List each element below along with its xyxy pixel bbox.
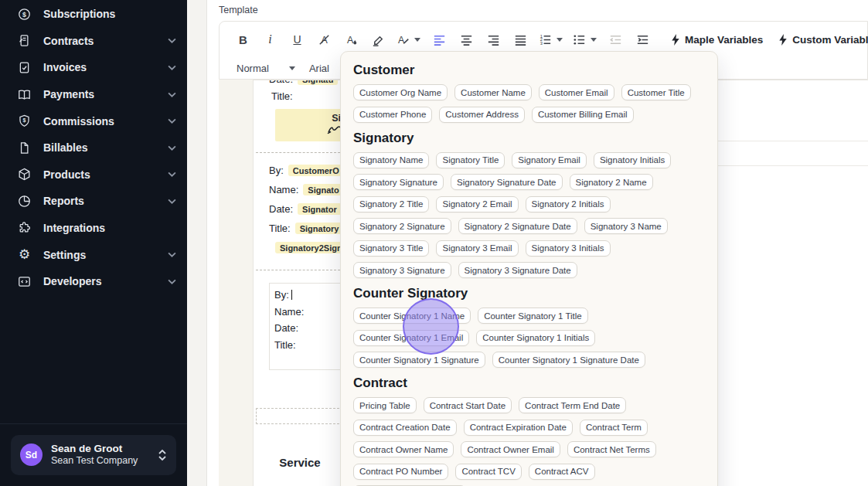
user-menu[interactable]: Sd Sean de Groot Sean Test Company [11,435,176,476]
variable-chip[interactable]: Counter Signatory 1 Initials [476,330,595,346]
doc-variable-chip[interactable]: Signator [298,203,342,215]
variable-chip[interactable]: Signatory 2 Name [570,174,653,190]
align-center-icon[interactable] [454,29,479,50]
sidebar-item-label: Developers [43,275,101,287]
variable-chip[interactable]: Counter Signatory 1 Title [478,308,588,324]
doc-variable-chip[interactable]: Signatu [298,80,338,85]
variable-chip[interactable]: Customer Phone [353,107,432,123]
font-style-icon[interactable]: A [393,29,413,50]
variable-chip[interactable]: Contract Net Terms [567,441,656,457]
doc-variable-chip[interactable]: Signatory [295,223,344,234]
variable-chip[interactable]: Contract TCV [455,464,521,480]
lightning-icon [778,34,788,46]
variable-chip[interactable]: Customer Email [539,84,614,100]
bullet-list-caret-icon[interactable] [591,29,598,50]
variable-chip[interactable]: Signatory 2 Signature Date [458,218,577,234]
variable-chip[interactable]: Signatory 2 Title [353,196,429,212]
variable-chip[interactable]: Signatory 3 Email [436,240,518,257]
sidebar-item-reports[interactable]: Reports [0,188,187,215]
maple-variables-button[interactable]: Maple Variables [671,34,763,46]
variable-chip[interactable]: Contract Term [580,420,648,436]
text-color-icon[interactable]: A [339,29,364,50]
invoice-icon [17,60,32,75]
variable-chip[interactable]: Signatory Signature [353,174,444,190]
variable-chip[interactable]: Customer Org Name [353,84,448,100]
sidebar-item-settings[interactable]: ⚙ Settings [0,241,187,268]
underline-icon[interactable]: U [284,29,310,50]
variable-chip[interactable]: Contract Term End Date [519,397,626,413]
ordered-list-icon[interactable]: 123 [535,29,555,50]
variable-chip[interactable]: Contract Owner Name [353,441,454,457]
doc-variable-chip[interactable]: CustomerO [288,165,344,176]
doc-variable-chip[interactable]: Signato [303,184,343,195]
sidebar-item-label: Subscriptions [43,8,115,20]
variable-chip[interactable]: Signatory Name [353,152,429,168]
variable-chip[interactable]: Counter Signatory 1 Signature [353,352,485,368]
italic-icon[interactable]: i [257,29,283,50]
variable-chip[interactable]: Signatory Email [512,152,587,168]
ordered-list-caret-icon[interactable] [557,29,564,50]
sidebar-item-commissions[interactable]: $ Commissions [0,107,187,134]
variable-chip[interactable]: Contract Creation Date [353,420,457,436]
variable-chip[interactable]: Pricing Table [353,397,417,413]
bullet-list-icon[interactable] [569,29,589,50]
sidebar-item-integrations[interactable]: Integrations [0,215,187,242]
variable-chip[interactable]: Signatory 3 Name [584,218,668,234]
font-family-dropdown[interactable]: Arial [309,63,329,74]
variable-chip[interactable]: Signatory Title [436,152,505,168]
align-right-icon[interactable] [481,29,506,50]
sidebar-item-developers[interactable]: Developers [0,268,187,295]
variable-chip[interactable]: Counter Signatory 1 Signature Date [492,352,645,368]
variable-chip[interactable]: Contract Start Date [424,397,512,413]
variable-chip[interactable]: Signatory 3 Signature [353,262,451,278]
align-left-icon[interactable] [427,29,452,50]
outdent-icon[interactable] [603,29,628,50]
variable-chip[interactable]: Signatory 2 Email [436,196,518,212]
variable-chip[interactable]: Signatory Initials [594,152,671,168]
bold-icon[interactable]: B [230,29,256,50]
indent-icon[interactable] [630,29,655,50]
svg-text:$: $ [22,10,26,18]
variable-chip[interactable]: Signatory 3 Title [353,240,429,257]
variable-chip[interactable]: Contract Expiration Date [464,420,573,436]
variable-chip[interactable]: Customer Address [439,107,525,123]
variable-chip[interactable]: Contract Owner Email [461,441,560,457]
variable-chip[interactable]: Signatory 2 Initials [526,196,611,212]
variable-chip[interactable]: Customer Title [621,84,691,100]
doc-variable-chip[interactable]: Signatory2Sign [275,242,347,253]
align-justify-icon[interactable] [508,29,533,50]
sidebar-item-payments[interactable]: Payments [0,81,187,108]
template-field-label: Template [219,5,258,15]
variable-chip[interactable]: Customer Billing Email [532,107,634,123]
sidebar-item-invoices[interactable]: Invoices [0,54,187,81]
sidebar-item-subscriptions[interactable]: $ Subscriptions [0,1,187,28]
content-gutter [187,0,207,486]
highlighter-icon[interactable] [366,29,391,50]
panel-section-title: Customer [353,63,705,78]
variable-chip[interactable]: Signatory 3 Initials [526,240,611,257]
chevron-down-icon [168,172,176,177]
dropdown-caret-icon [289,66,295,70]
variable-chip[interactable]: Contract ACV [529,464,595,480]
sidebar-item-label: Settings [43,249,86,261]
sidebar-item-contracts[interactable]: Contracts [0,28,187,55]
variable-chip[interactable]: Customer Name [454,84,532,100]
pie-chart-icon [17,194,32,209]
panel-section-title: Counter Signatory [353,286,705,301]
panel-section: SignatorySignatory NameSignatory TitleSi… [353,131,705,279]
chevron-down-icon [168,118,176,124]
panel-section-title: Contract [353,376,705,391]
sidebar-item-products[interactable]: Products [0,161,187,189]
custom-variables-button[interactable]: Custom Variables [778,34,868,46]
variable-chip[interactable]: Signatory Signature Date [451,174,563,190]
doc-row-date-clipped: Date: Signatu [269,80,338,85]
strikethrough-icon[interactable]: A [311,29,337,50]
sidebar-item-billables[interactable]: Billables [0,134,187,161]
chevron-down-icon [168,145,176,151]
variable-chip[interactable]: Contract PO Number [353,464,448,480]
variable-chip[interactable]: Signatory 3 Signature Date [458,262,577,278]
sidebar: $ Subscriptions Contracts Invoices [0,0,187,486]
variable-chip[interactable]: Signatory 2 Signature [353,218,451,234]
font-style-caret-icon[interactable] [414,29,422,50]
paragraph-style-dropdown[interactable]: Normal [237,63,295,74]
